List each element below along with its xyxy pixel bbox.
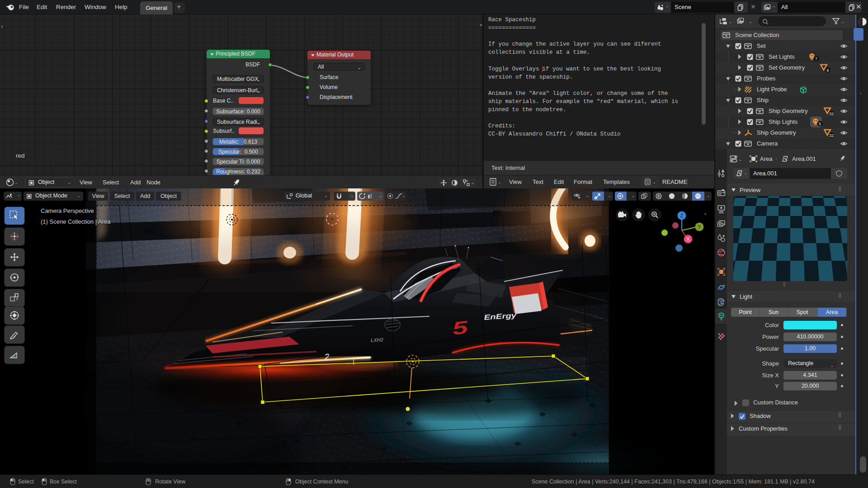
svg-text:⌄: ⌄	[841, 19, 844, 24]
svg-text:32: 32	[829, 133, 834, 138]
svg-text:⌄: ⌄	[498, 180, 501, 184]
svg-text:⌄: ⌄	[14, 180, 18, 185]
svg-text:⌄: ⌄	[739, 157, 742, 162]
svg-text:8: 8	[826, 68, 829, 73]
svg-text:7: 7	[815, 56, 817, 61]
svg-text:2: 2	[324, 352, 330, 362]
svg-text:X: X	[686, 236, 690, 242]
svg-text:LXH2: LXH2	[370, 337, 383, 343]
svg-text:⌄: ⌄	[729, 19, 732, 24]
svg-text:Y: Y	[698, 224, 701, 230]
svg-text:32: 32	[829, 112, 834, 116]
svg-text:Z: Z	[680, 213, 684, 218]
svg-text:5: 5	[451, 317, 469, 338]
svg-text:5: 5	[819, 122, 821, 126]
svg-text:⌄: ⌄	[749, 19, 752, 24]
